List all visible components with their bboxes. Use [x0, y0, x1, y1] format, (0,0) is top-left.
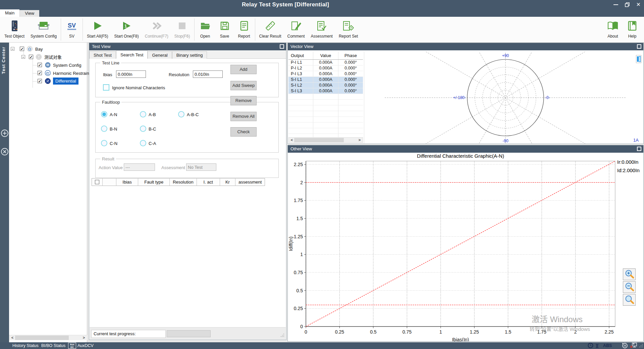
remove-all-button[interactable]: Remove All: [230, 112, 257, 121]
tree-item-bay[interactable]: ✓Bay: [9, 45, 87, 53]
phasor-view-toggle-button[interactable]: [636, 55, 641, 64]
tree-checkbox[interactable]: ✓: [38, 63, 42, 67]
add-circle-button[interactable]: [1, 129, 9, 137]
faultloop-radio-a-b-c[interactable]: [178, 111, 184, 117]
result-group: Result Action Value Assessment: [95, 159, 279, 178]
panel-restore-icon[interactable]: [637, 44, 641, 49]
status-bibo-status[interactable]: BI/BO Status: [41, 342, 65, 349]
restore-button[interactable]: [625, 2, 630, 7]
tree-item-label: System Config: [53, 62, 82, 68]
faultloop-radio-b-n[interactable]: [101, 126, 107, 132]
tree-item-label: 测试对象: [44, 54, 62, 60]
tree-item-differential[interactable]: ✓Differential: [9, 78, 87, 85]
toolbar-button-test-object[interactable]: Test Object: [1, 17, 28, 42]
toolbar-label: SV: [69, 34, 74, 39]
toolbar-button-comment[interactable]: Comment: [284, 17, 308, 42]
zoom-in-button[interactable]: [623, 268, 636, 280]
panel-restore-icon[interactable]: [280, 44, 284, 49]
tree-expander-icon[interactable]: [11, 47, 14, 51]
vector-cell: 0.000A: [313, 60, 338, 65]
resize-grip-icon[interactable]: [280, 332, 284, 338]
ibias-input[interactable]: [116, 70, 146, 78]
vector-row-p-i-l1[interactable]: P-I L10.000A0.000°: [288, 60, 363, 65]
toolbar-button-about[interactable]: About: [603, 17, 623, 42]
tab-search-test[interactable]: Search Test: [116, 50, 148, 59]
vector-row-p-i-l3[interactable]: P-I L30.000A0.000°: [288, 71, 363, 77]
toolbar: Test ObjectSystem ConfigSVSVStart All(F5…: [0, 17, 644, 43]
zoom-reset-button[interactable]: [623, 294, 636, 306]
zoom-out-button[interactable]: [623, 281, 636, 293]
toolbar-button-report[interactable]: Report: [234, 17, 254, 42]
resize-grip-icon[interactable]: [639, 344, 643, 349]
vector-row-s-i-l3[interactable]: S-I L30.000A0.000°: [288, 88, 363, 94]
tree-checkbox[interactable]: ✓: [20, 47, 24, 51]
tree-checkbox[interactable]: ✓: [29, 55, 33, 59]
scroll-right-icon[interactable]: >: [357, 138, 362, 143]
status-auxdcv[interactable]: AuxDCV: [77, 342, 94, 349]
test-view-tabstrip: Shot TestSearch TestGeneralBinary settin…: [89, 50, 286, 59]
scroll-right-icon[interactable]: >: [81, 335, 87, 340]
progress-bar: [167, 330, 211, 337]
vector-row-s-i-l2[interactable]: S-I L20.000A0.000°: [288, 83, 363, 88]
toolbar-button-start-all-f5[interactable]: Start All(F5): [84, 17, 111, 42]
toolbar-button-sv[interactable]: SVSV: [62, 17, 82, 42]
scroll-left-icon[interactable]: <: [289, 138, 294, 143]
toolbar-button-clear-result[interactable]: Clear Result: [256, 17, 284, 42]
clear-result-icon: [265, 18, 276, 34]
close-circle-button[interactable]: [1, 148, 9, 156]
vector-row-p-i-l2[interactable]: P-I L20.000A0.000°: [288, 65, 363, 71]
faultloop-radio-c-a[interactable]: [140, 140, 146, 146]
scrollbar-thumb[interactable]: [294, 138, 344, 142]
tree-checkbox[interactable]: ✓: [38, 71, 42, 75]
toolbar-button-start-one-f8[interactable]: 1Start One(F8): [111, 17, 142, 42]
tab-binary-setting[interactable]: Binary setting: [172, 51, 207, 59]
toolbar-button-report-set[interactable]: Report Set: [336, 17, 361, 42]
scroll-left-icon[interactable]: <: [10, 335, 15, 340]
tab-general[interactable]: General: [148, 51, 172, 59]
close-button[interactable]: ✕: [636, 2, 641, 7]
scrollbar-thumb[interactable]: [15, 336, 69, 340]
toolbar-button-system-config[interactable]: System Config: [28, 17, 60, 42]
test-center-tree: < > ✓Bay✓测试对象✓System Config✓Harmonic Res…: [9, 43, 87, 342]
svg-text:1: 1: [439, 329, 442, 335]
toolbar-button-open[interactable]: Open: [196, 17, 215, 42]
add-button[interactable]: Add: [230, 65, 257, 74]
ignore-nominal-checkbox[interactable]: [103, 84, 109, 91]
tree-item-harmonic-restraint[interactable]: ✓Harmonic Restraint: [9, 69, 87, 77]
vector-row-empty: [288, 111, 363, 117]
tree-item-测试对象[interactable]: ✓测试对象: [9, 53, 87, 61]
check-button[interactable]: Check: [230, 127, 257, 137]
minimize-button[interactable]: [613, 4, 618, 5]
svg-text:0.25: 0.25: [294, 306, 303, 311]
toolbar-button-help[interactable]: Help: [623, 17, 642, 42]
faultloop-radio-c-n[interactable]: [101, 140, 107, 146]
zoom-in-icon: [624, 269, 634, 280]
vector-table-scrollbar[interactable]: < >: [288, 137, 363, 143]
toolbar-label: Assessment: [311, 34, 333, 39]
menu-tab-view[interactable]: View: [19, 10, 39, 17]
resolution-input[interactable]: [193, 70, 223, 78]
vector-row-s-i-l1[interactable]: S-I L10.000A0.000°: [288, 77, 363, 83]
add-sweep-button[interactable]: Add Sweep: [230, 81, 257, 90]
toolbar-button-save[interactable]: Save: [215, 17, 234, 42]
faultloop-radio-a-n[interactable]: [101, 111, 107, 117]
vector-cell: [338, 128, 363, 134]
results-select-all[interactable]: [92, 179, 103, 186]
status-history-status[interactable]: History Status: [12, 342, 39, 349]
vector-cell: [338, 111, 363, 116]
vector-cell: P-I L2: [288, 65, 313, 71]
tree-expander-icon[interactable]: [21, 55, 25, 59]
select-all-checkbox[interactable]: [95, 180, 99, 184]
tree-item-system-config[interactable]: ✓System Config: [9, 61, 87, 69]
tree-horizontal-scrollbar[interactable]: < >: [9, 335, 87, 340]
toolbar-button-assessment[interactable]: Assessment: [308, 17, 336, 42]
save-icon: [220, 18, 230, 34]
tab-shot-test[interactable]: Shot Test: [89, 51, 116, 59]
panel-restore-icon[interactable]: [637, 147, 641, 151]
faultloop-radio-b-c[interactable]: [140, 126, 146, 132]
tree-checkbox[interactable]: ✓: [38, 79, 42, 83]
remove-button[interactable]: Remove: [230, 96, 257, 105]
menu-tab-main[interactable]: Main: [0, 9, 19, 17]
open-icon: [200, 18, 211, 34]
faultloop-radio-a-b[interactable]: [140, 111, 146, 117]
